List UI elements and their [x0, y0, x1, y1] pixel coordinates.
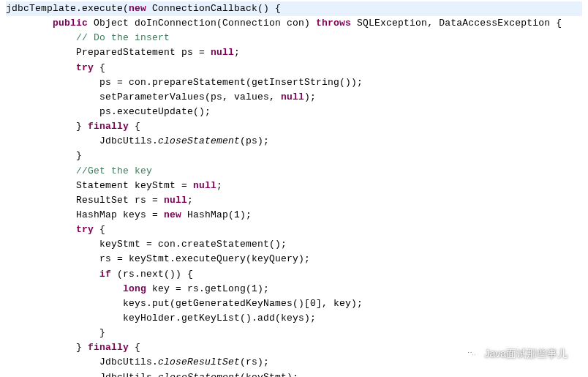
code-line: rs = keyStmt.executeQuery(keyQuery);: [6, 252, 582, 266]
code-line: // Do the insert: [6, 31, 582, 45]
code-line: JdbcUtils.closeStatement(ps);: [6, 134, 582, 149]
code-line: JdbcUtils.closeStatement(keyStmt);: [6, 370, 582, 377]
code-line: ResultSet rs = null;: [6, 193, 582, 208]
code-line: Statement keyStmt = null;: [6, 179, 582, 193]
code-line: //Get the key: [6, 164, 582, 179]
code-line: keyHolder.getKeyList().add(keys);: [6, 311, 582, 326]
wechat-icon: [465, 348, 478, 361]
code-line: long key = rs.getLong(1);: [6, 282, 582, 296]
code-line: PreparedStatement ps = null;: [6, 45, 582, 60]
svg-point-5: [475, 354, 475, 355]
code-line: setParameterValues(ps, values, null);: [6, 90, 582, 105]
code-line: try {: [6, 223, 582, 237]
code-line: }: [6, 326, 582, 340]
code-line: }: [6, 149, 582, 163]
code-line: jdbcTemplate.execute(new ConnectionCallb…: [6, 1, 582, 16]
code-line: if (rs.next()) {: [6, 267, 582, 282]
code-line: keys.put(getGeneratedKeyNames()[0], key)…: [6, 296, 582, 311]
code-line: public Object doInConnection(Connection …: [6, 16, 582, 31]
svg-point-4: [472, 354, 473, 355]
code-line: } finally {: [6, 119, 582, 134]
watermark-text: Java面试那些事儿: [484, 346, 568, 362]
code-line: keyStmt = con.createStatement();: [6, 237, 582, 252]
watermark: Java面试那些事儿: [465, 346, 568, 362]
code-line: HashMap keys = new HashMap(1);: [6, 208, 582, 223]
code-block: jdbcTemplate.execute(new ConnectionCallb…: [0, 0, 588, 377]
svg-point-1: [471, 353, 477, 359]
svg-point-2: [468, 352, 469, 353]
code-line: ps.executeUpdate();: [6, 105, 582, 119]
code-line: ps = con.prepareStatement(getInsertStrin…: [6, 75, 582, 90]
svg-point-3: [471, 352, 472, 353]
code-line: try {: [6, 61, 582, 75]
